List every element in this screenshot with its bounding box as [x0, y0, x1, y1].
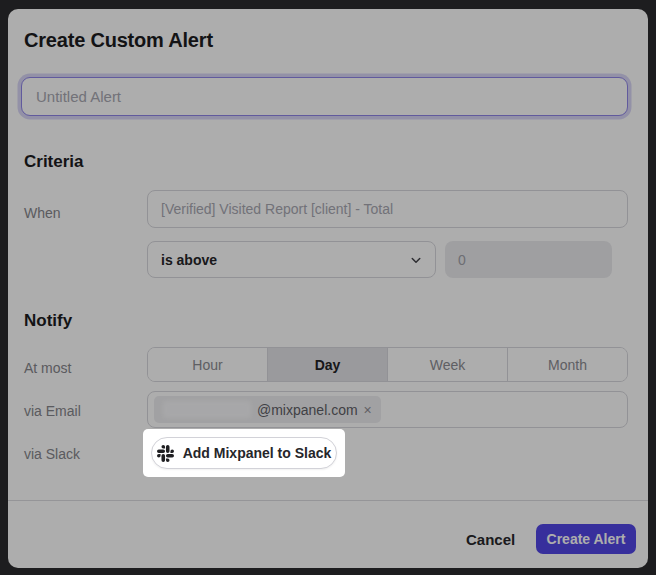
screen: Create Custom Alert Criteria When [Verif… — [0, 0, 656, 575]
slack-icon — [157, 445, 174, 462]
slack-button-label: Add Mixpanel to Slack — [183, 445, 332, 461]
dim-overlay — [0, 0, 656, 575]
slack-spotlight-highlight: Add Mixpanel to Slack — [143, 429, 345, 477]
add-mixpanel-to-slack-button[interactable]: Add Mixpanel to Slack — [151, 437, 337, 469]
